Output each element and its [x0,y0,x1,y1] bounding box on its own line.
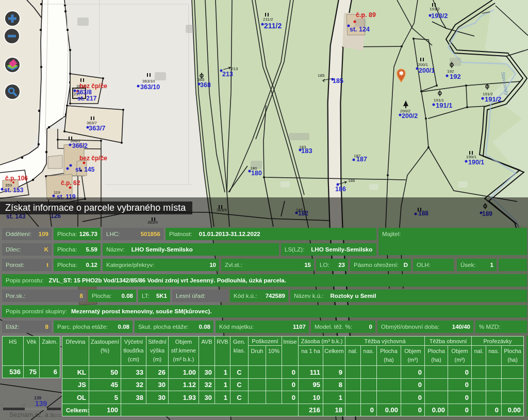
svg-text:211/2: 211/2 [263,17,273,22]
svg-text:2022: 2022 [52,413,62,418]
svg-text:st. 124: st. 124 [350,26,370,33]
svg-text:24: 24 [45,397,50,401]
svg-text:193/2: 193/2 [431,12,448,20]
svg-text:0: 0 [1,403,3,407]
svg-text:st. 145: st. 145 [75,166,95,173]
svg-text:č.p. 89: č.p. 89 [356,11,376,19]
svg-text:191/1: 191/1 [436,102,453,109]
svg-text:363/7: 363/7 [89,124,106,132]
svg-text:187: 187 [356,156,367,163]
svg-text:193/2: 193/2 [430,7,440,11]
svg-text:bez čp/če: bez čp/če [79,155,107,162]
svg-text:183: 183 [301,147,312,155]
svg-text:200/1: 200/1 [419,67,435,74]
svg-text:192: 192 [450,73,461,80]
svg-text:č.p. 62: č.p. 62 [61,179,80,187]
svg-text:185: 185 [318,73,325,78]
svg-text:185: 185 [333,77,343,85]
svg-text:366/2: 366/2 [72,142,88,149]
svg-text:200/1: 200/1 [418,62,428,67]
svg-text:368: 368 [200,81,211,89]
svg-text:200/2: 200/2 [402,112,418,120]
svg-text:180: 180 [251,170,262,177]
svg-text:12: 12 [22,403,26,407]
svg-text:363/10: 363/10 [140,83,160,91]
svg-text:191/2: 191/2 [485,95,502,103]
svg-text:Seznam.cz, a.s.: Seznam.cz, a.s. [9,411,55,418]
svg-text:186: 186 [335,186,346,193]
svg-text:st. 217: st. 217 [77,95,97,102]
svg-text:186: 186 [348,178,355,183]
svg-text:✱: ✱ [399,70,403,76]
svg-text:bez čp/če: bez čp/če [79,82,107,90]
svg-text:č.p. 106: č.p. 106 [5,175,28,182]
svg-text:190/1: 190/1 [468,159,484,166]
svg-text:363/10: 363/10 [142,79,155,83]
svg-text:st. 153: st. 153 [4,187,24,194]
svg-text:211/2: 211/2 [264,22,282,30]
svg-text:213: 213 [222,71,233,78]
